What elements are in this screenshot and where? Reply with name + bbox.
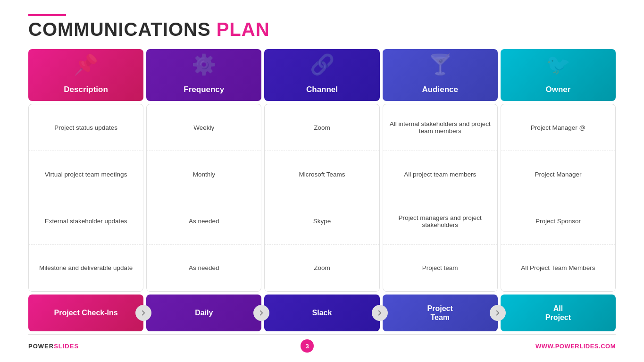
bottom-row: Project Check-Ins Daily Slack — [28, 295, 616, 331]
bottom-chan-label: Slack — [312, 308, 332, 317]
owner-icon: 🐦 — [546, 53, 570, 76]
title-part2: PLAN — [217, 19, 270, 40]
header-row: 📌 Description ⚙️ Frequency 🔗 Channel 🍸 A… — [28, 49, 616, 101]
row2-desc: Virtual project team meetings — [29, 151, 143, 198]
brand-logo: POWERSLIDES — [28, 343, 79, 350]
row4-own: All Project Team Members — [501, 245, 615, 291]
brand-part1: POWER — [28, 343, 54, 350]
page-number: 3 — [301, 339, 314, 353]
col-audience: All internal stakeholders and project te… — [383, 104, 498, 292]
header-audience-label: Audience — [422, 85, 458, 94]
row4-desc: Milestone and deliverable update — [29, 245, 143, 291]
title-part1: COMMUNICATIONS — [28, 19, 217, 40]
description-icon: 📌 — [74, 53, 98, 76]
page-title: COMMUNICATIONS PLAN — [28, 20, 616, 39]
row3-own: Project Sponsor — [501, 198, 615, 245]
row2-aud: All project team members — [383, 151, 497, 198]
bottom-frequency: Daily — [146, 295, 261, 331]
row1-desc: Project status updates — [29, 104, 143, 151]
row3-chan: Skype — [265, 198, 379, 245]
arrow-1 — [135, 305, 151, 321]
header-channel: 🔗 Channel — [264, 49, 379, 101]
bottom-desc-label: Project Check-Ins — [54, 308, 118, 317]
bottom-own-label: All Project — [545, 304, 571, 322]
header-description-label: Description — [64, 85, 108, 94]
header-owner: 🐦 Owner — [501, 49, 616, 101]
row1-chan: Zoom — [265, 104, 379, 151]
page: COMMUNICATIONS PLAN 📌 Description ⚙️ Fre… — [0, 0, 644, 362]
bottom-aud-label: Project Team — [427, 304, 453, 322]
col-channel: Zoom Microsoft Teams Skype Zoom — [264, 104, 379, 292]
row3-desc: External stakeholder updates — [29, 198, 143, 245]
row1-aud: All internal stakeholders and project te… — [383, 104, 497, 151]
brand-part2: SLIDES — [54, 343, 79, 350]
col-frequency: Weekly Monthly As needed As needed — [146, 104, 261, 292]
header-frequency: ⚙️ Frequency — [146, 49, 261, 101]
data-section: Project status updates Virtual project t… — [28, 104, 616, 292]
header-frequency-label: Frequency — [184, 85, 224, 94]
bottom-freq-label: Daily — [195, 308, 213, 317]
row3-aud: Project managers and project stakeholder… — [383, 198, 497, 245]
header-audience: 🍸 Audience — [383, 49, 498, 101]
footer: POWERSLIDES 3 WWW.POWERLIDES.COM — [28, 334, 616, 353]
bottom-audience: Project Team — [383, 295, 498, 331]
bottom-owner: All Project — [501, 295, 616, 331]
title-bar: COMMUNICATIONS PLAN — [28, 14, 616, 39]
row3-freq: As needed — [147, 198, 261, 245]
arrow-3 — [372, 305, 388, 321]
header-description: 📌 Description — [28, 49, 143, 101]
row4-freq: As needed — [147, 245, 261, 291]
bottom-description: Project Check-Ins — [28, 295, 143, 331]
arrow-4 — [490, 305, 506, 321]
audience-icon: 🍸 — [428, 53, 452, 76]
website: WWW.POWERLIDES.COM — [535, 343, 616, 350]
frequency-icon: ⚙️ — [192, 53, 216, 76]
row1-freq: Weekly — [147, 104, 261, 151]
header-channel-label: Channel — [306, 85, 338, 94]
communications-table: 📌 Description ⚙️ Frequency 🔗 Channel 🍸 A… — [28, 49, 616, 331]
bottom-channel: Slack — [264, 295, 379, 331]
row2-freq: Monthly — [147, 151, 261, 198]
col-description: Project status updates Virtual project t… — [28, 104, 143, 292]
title-line — [28, 14, 66, 16]
row4-aud: Project team — [383, 245, 497, 291]
row1-own: Project Manager @ — [501, 104, 615, 151]
row2-chan: Microsoft Teams — [265, 151, 379, 198]
row2-own: Project Manager — [501, 151, 615, 198]
channel-icon: 🔗 — [310, 53, 335, 76]
row4-chan: Zoom — [265, 245, 379, 291]
col-owner: Project Manager @ Project Manager Projec… — [501, 104, 616, 292]
header-owner-label: Owner — [545, 85, 570, 94]
